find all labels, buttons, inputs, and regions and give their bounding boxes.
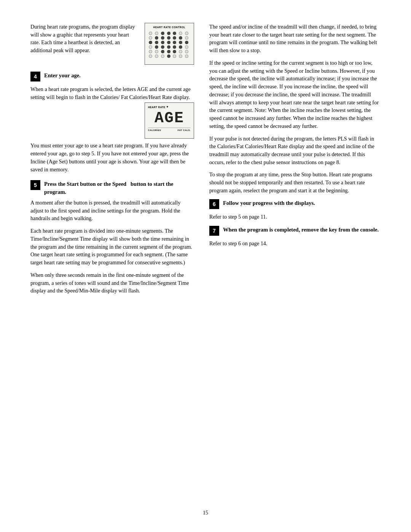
hrc-dot: [161, 45, 164, 49]
main-content: During heart rate programs, the program …: [30, 23, 381, 300]
step-7-header: 7 When the program is completed, remove …: [209, 226, 381, 236]
step-5-number: 5: [30, 180, 40, 190]
heart-rate-control-display: HEART RATE CONTROL: [145, 23, 194, 65]
step-5-para3: When only three seconds remain in the fi…: [30, 271, 194, 295]
step-5-title: Press the Start button or the Speed butt…: [44, 180, 194, 196]
hrc-dot: [173, 41, 176, 44]
hrc-dot: [149, 54, 152, 58]
step-4-text: When a heart rate program is selected, t…: [30, 85, 194, 173]
hrc-dot: [179, 36, 182, 40]
hrc-dot: [149, 41, 152, 44]
intro-text: During heart rate programs, the program …: [30, 23, 139, 65]
step-6-body: Refer to step 5 on page 11.: [209, 213, 381, 221]
hrc-dot: [161, 41, 164, 44]
hrc-dot: [185, 45, 188, 49]
calories-label: CALORIES: [148, 129, 161, 132]
hrc-dot: [173, 36, 176, 40]
right-para1: The speed and/or incline of the treadmil…: [209, 23, 381, 54]
page: During heart rate programs, the program …: [0, 0, 411, 532]
heart-rate-label-text: HEART RATE: [148, 105, 165, 109]
hrd-label: HEART RATE ♥: [148, 105, 191, 109]
hrc-dot: [155, 32, 158, 35]
hrd-age-value: AGE: [148, 110, 191, 127]
hrc-dot: [161, 36, 164, 40]
right-column: The speed and/or incline of the treadmil…: [209, 23, 381, 300]
step-5-section: 5 Press the Start button or the Speed bu…: [30, 180, 194, 295]
right-para2: If the speed or incline setting for the …: [209, 59, 381, 130]
hrc-dot: [149, 36, 152, 40]
step-7-title: When the program is completed, remove th…: [223, 226, 379, 233]
hrc-dot: [167, 36, 170, 40]
hrc-dot: [167, 41, 170, 44]
hrc-dot: [149, 50, 152, 53]
step-7-number: 7: [209, 226, 219, 236]
step-5-para2: Each heart rate program is divided into …: [30, 227, 194, 267]
step-4-section: 4 Enter your age. When a heart rate prog…: [30, 72, 194, 173]
hrc-dot: [173, 45, 176, 49]
hrc-dot: [167, 45, 170, 49]
fat-cals-label: FAT CALS.: [178, 129, 191, 132]
step-4-number: 4: [30, 72, 40, 81]
step-7-section: 7 When the program is completed, remove …: [209, 226, 381, 248]
hrc-dot: [179, 45, 182, 49]
hrc-dot: [185, 41, 188, 44]
step-4-body: When a heart rate program is selected, t…: [30, 85, 194, 173]
hrc-dot: [167, 54, 170, 58]
hrc-dot: [149, 32, 152, 35]
step-4-content-rest: You must enter your age to use a heart r…: [30, 142, 194, 173]
hrc-dot: [167, 50, 170, 53]
hrc-dot: [179, 50, 182, 53]
hrc-dot: [179, 54, 182, 58]
step-6-section: 6 Follow your progress with the displays…: [209, 199, 381, 221]
hrc-dot: [149, 45, 152, 49]
hrc-dot: [161, 32, 164, 35]
right-para3: If your pulse is not detected during the…: [209, 135, 381, 166]
hrc-dot: [155, 45, 158, 49]
hrc-dot: [155, 50, 158, 53]
hrc-dot: [185, 50, 188, 53]
hrc-dot: [185, 36, 188, 40]
hrc-dot: [173, 32, 176, 35]
page-number: 15: [0, 509, 411, 517]
hrc-dot-grid: [148, 31, 191, 59]
hrc-dot: [155, 54, 158, 58]
hrc-title-label: HEART RATE CONTROL: [148, 26, 191, 29]
hrc-dot: [155, 36, 158, 40]
step-6-title: Follow your progress with the displays.: [223, 199, 315, 207]
step-5-para1: A moment after the button is pressed, th…: [30, 199, 194, 222]
hrc-dot: [185, 32, 188, 35]
step-6-number: 6: [209, 199, 219, 209]
step-7-body: Refer to step 6 on page 14.: [209, 240, 381, 248]
right-para4: To stop the program at any time, press t…: [209, 171, 381, 194]
hrc-dot: [179, 32, 182, 35]
hrc-dot: [173, 54, 176, 58]
hrc-dot: [185, 54, 188, 58]
hrd-bottom-labels: CALORIES FAT CALS.: [148, 128, 191, 132]
step-5-header: 5 Press the Start button or the Speed bu…: [30, 180, 194, 196]
hrc-dot: [161, 54, 164, 58]
hrc-dot: [167, 32, 170, 35]
hrc-dot: [179, 41, 182, 44]
intro-section: During heart rate programs, the program …: [30, 23, 194, 65]
hrc-dot: [155, 41, 158, 44]
step-4-header: 4 Enter your age.: [30, 72, 194, 81]
left-column: During heart rate programs, the program …: [30, 23, 194, 300]
hrc-dot: [161, 50, 164, 53]
step-4-content-partial: When a heart rate program is selected, t…: [30, 85, 194, 101]
step-6-header: 6 Follow your progress with the displays…: [209, 199, 381, 209]
heart-rate-age-display: HEART RATE ♥ AGE CALORIES FAT CALS.: [145, 102, 194, 139]
hrc-dot: [173, 50, 176, 53]
heart-icon: ♥: [166, 105, 168, 109]
step-4-title: Enter your age.: [44, 72, 81, 79]
